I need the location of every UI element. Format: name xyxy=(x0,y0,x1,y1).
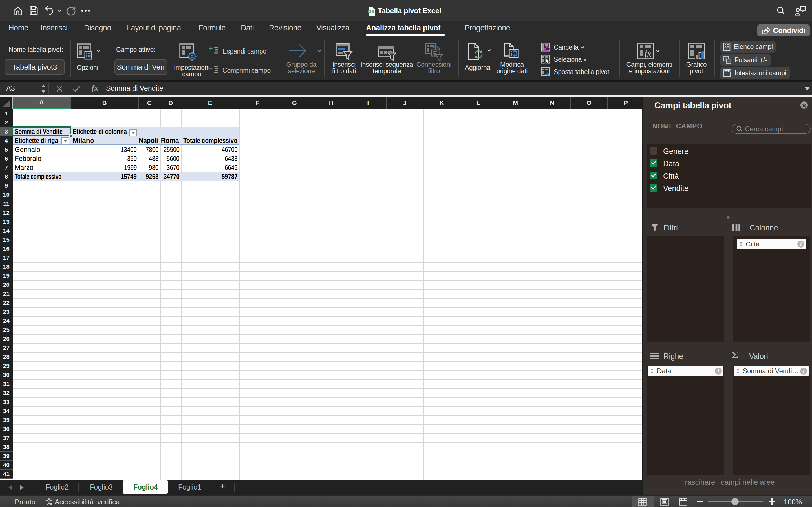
svg-text:fx: fx xyxy=(645,48,652,59)
svg-text:X: X xyxy=(368,10,370,13)
